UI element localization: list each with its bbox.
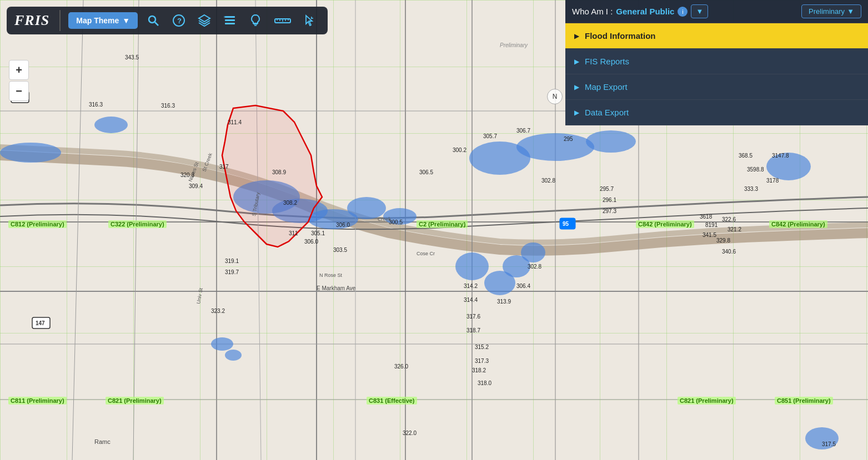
- map-label: 368.5: [739, 153, 752, 159]
- svg-point-31: [211, 337, 233, 351]
- toolbar: FRIS Map Theme ▼ ?: [7, 7, 328, 34]
- svg-rect-56: [225, 19, 235, 21]
- map-label: 317.5: [822, 441, 836, 447]
- map-label: 306.4: [516, 283, 530, 289]
- map-label: 314.2: [464, 283, 478, 289]
- map-label: 311.4: [228, 119, 242, 125]
- map-label: 3598.8: [747, 166, 764, 173]
- svg-rect-58: [224, 16, 225, 18]
- map-label: 313.9: [497, 299, 511, 305]
- who-am-i-text: Who Am I :: [572, 7, 613, 16]
- svg-text:Univ St: Univ St: [195, 287, 204, 305]
- map-label: 300.5: [389, 219, 403, 225]
- svg-text:Ramc: Ramc: [94, 438, 111, 445]
- panel-item-flood-information[interactable]: ▶Flood Information: [565, 23, 868, 49]
- map-label: 300.2: [453, 147, 466, 153]
- map-theme-button[interactable]: Map Theme ▼: [68, 12, 138, 29]
- panel-header: Who Am I : General Public i ▼ Preliminar…: [565, 0, 868, 23]
- map-panel-label: C842 (Preliminary): [769, 220, 827, 228]
- map-label: 8191: [705, 222, 718, 228]
- panel-item-fis-reports[interactable]: ▶FIS Reports: [565, 49, 868, 74]
- map-label: 317: [219, 164, 229, 170]
- layers-icon[interactable]: [194, 12, 214, 29]
- who-am-i-dropdown[interactable]: ▼: [691, 4, 708, 18]
- who-am-i: Who Am I : General Public i ▼: [572, 4, 708, 18]
- svg-text:E Markham Ave: E Markham Ave: [317, 285, 356, 291]
- who-am-i-info-button[interactable]: i: [678, 7, 688, 17]
- lightbulb-icon[interactable]: [245, 12, 265, 29]
- who-am-i-dropdown-arrow: ▼: [696, 7, 703, 16]
- zoom-controls: + −: [9, 60, 29, 101]
- panel-menu: ▶Flood Information▶FIS Reports▶Map Expor…: [565, 23, 868, 125]
- panel-item-arrow: ▶: [574, 32, 579, 40]
- map-panel-label: C2 (Preliminary): [417, 220, 468, 228]
- map-label: 320.3: [180, 172, 194, 178]
- panel-item-map-export[interactable]: ▶Map Export: [565, 74, 868, 100]
- panel-item-label: FIS Reports: [585, 57, 629, 66]
- svg-text:Preliminary: Preliminary: [500, 42, 528, 48]
- panel-item-label: Data Export: [585, 108, 629, 117]
- preliminary-label: Preliminary: [809, 7, 845, 16]
- map-label: 319.7: [225, 269, 239, 275]
- map-label: 326.0: [394, 363, 408, 370]
- map-label: 343.5: [125, 54, 139, 60]
- toolbar-divider: [59, 10, 61, 31]
- help-icon[interactable]: ?: [169, 12, 189, 29]
- svg-text:Cose Cr: Cose Cr: [417, 251, 435, 256]
- map-label: 341.5: [703, 232, 716, 238]
- map-panel-label: C811 (Preliminary): [8, 397, 67, 405]
- svg-point-20: [347, 197, 386, 219]
- map-label: 306.7: [516, 128, 530, 134]
- map-label: 3147.8: [772, 153, 789, 159]
- svg-point-50: [149, 16, 155, 23]
- map-label: 302.8: [541, 178, 555, 184]
- map-label: 319.1: [225, 258, 239, 264]
- right-panel: Who Am I : General Public i ▼ Preliminar…: [565, 0, 868, 125]
- svg-point-24: [586, 130, 636, 153]
- panel-item-arrow: ▶: [574, 83, 579, 91]
- svg-point-32: [225, 350, 242, 361]
- panel-item-label: Flood Information: [585, 31, 655, 41]
- map-label: 317.6: [466, 314, 480, 320]
- map-label: 329.8: [716, 237, 730, 244]
- map-label: 296.1: [603, 197, 616, 203]
- panel-item-label: Map Export: [585, 82, 628, 92]
- panel-item-arrow: ▶: [574, 109, 579, 117]
- svg-text:N Rose St: N Rose St: [319, 272, 343, 278]
- map-label: 317.3: [475, 358, 489, 364]
- map-panel-label: C322 (Preliminary): [108, 220, 167, 228]
- svg-line-5: [72, 0, 83, 460]
- map-panel-label: C821 (Preliminary): [106, 397, 164, 405]
- map-label: 340.6: [722, 249, 736, 255]
- svg-rect-55: [225, 16, 235, 18]
- map-label: 305.1: [311, 230, 325, 236]
- svg-text:147: 147: [36, 320, 45, 326]
- svg-point-28: [521, 242, 545, 262]
- preliminary-arrow: ▼: [847, 7, 854, 16]
- map-label: 322.6: [722, 216, 736, 223]
- list-icon[interactable]: [220, 12, 240, 29]
- map-label: 297.3: [603, 208, 616, 214]
- panel-item-data-export[interactable]: ▶Data Export: [565, 100, 868, 125]
- map-label: 316.3: [161, 103, 175, 109]
- map-label: 311: [289, 230, 298, 236]
- search-icon[interactable]: [143, 12, 163, 29]
- who-am-i-role: General Public: [616, 7, 674, 16]
- zoom-out-button[interactable]: −: [9, 81, 29, 101]
- map-label: 318.0: [478, 380, 491, 386]
- measure-icon[interactable]: [271, 12, 294, 29]
- svg-text:95: 95: [563, 221, 569, 227]
- fris-logo: FRIS: [14, 12, 49, 29]
- zoom-in-button[interactable]: +: [9, 60, 29, 80]
- svg-point-15: [0, 143, 61, 163]
- map-label: 333.3: [744, 186, 758, 192]
- map-label: 314.4: [464, 297, 478, 303]
- select-icon[interactable]: [300, 12, 320, 29]
- svg-point-25: [455, 252, 489, 280]
- svg-line-6: [133, 0, 139, 460]
- map-label: 303.5: [333, 247, 347, 253]
- map-label: 3178: [766, 178, 779, 184]
- preliminary-button[interactable]: Preliminary ▼: [801, 4, 861, 18]
- map-label: 308.2: [283, 200, 297, 206]
- map-theme-label: Map Theme: [76, 16, 119, 25]
